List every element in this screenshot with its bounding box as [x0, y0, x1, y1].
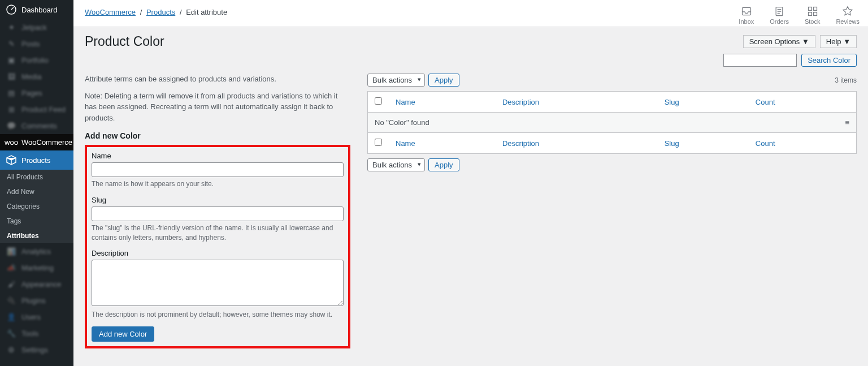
col-name[interactable]: Name	[389, 92, 496, 113]
page-title: Product Color	[85, 34, 164, 49]
sidebar-item-woocommerce[interactable]: woo WooCommerce	[0, 134, 73, 150]
search-input[interactable]	[723, 54, 797, 67]
name-input[interactable]	[92, 162, 344, 177]
sidebar-sub-tags[interactable]: Tags	[0, 214, 73, 229]
header-icons: Inbox Orders Stock Reviews	[739, 6, 860, 25]
hamburger-icon[interactable]: ≡	[845, 118, 849, 127]
name-desc: The name is how it appears on your site.	[92, 179, 344, 189]
svg-rect-6	[813, 12, 817, 16]
sidebar-item-blurred[interactable]: 🖼Media	[0, 68, 73, 85]
select-all-checkbox-bottom[interactable]	[375, 139, 382, 146]
col-slug-foot[interactable]: Slug	[658, 133, 749, 154]
add-new-heading: Add new Color	[85, 131, 350, 140]
reviews-icon	[842, 6, 853, 17]
sidebar-item-dashboard[interactable]: Dashboard	[0, 0, 73, 19]
sidebar-item-blurred[interactable]: ⚙Settings	[0, 342, 73, 358]
stock-icon	[807, 6, 818, 17]
sidebar-item-blurred[interactable]: 🔧Tools	[0, 325, 73, 342]
header-orders[interactable]: Orders	[770, 6, 789, 25]
sidebar-sub-all-products[interactable]: All Products	[0, 170, 73, 184]
search-color-button[interactable]: Search Color	[801, 54, 857, 67]
header-stock[interactable]: Stock	[805, 6, 821, 25]
col-slug[interactable]: Slug	[658, 92, 749, 113]
main-content: WooCommerce / Products / Edit attribute …	[73, 0, 868, 366]
sidebar-sub-categories[interactable]: Categories	[0, 199, 73, 214]
slug-input[interactable]	[92, 206, 344, 221]
add-new-color-button[interactable]: Add new Color	[92, 326, 154, 342]
woocommerce-icon: woo	[6, 138, 17, 147]
add-new-color-form: Name The name is how it appears on your …	[85, 145, 350, 348]
col-name-foot[interactable]: Name	[389, 133, 496, 154]
col-description[interactable]: Description	[496, 92, 658, 113]
sidebar-item-blurred[interactable]: 👤Users	[0, 309, 73, 325]
col-count-foot[interactable]: Count	[749, 133, 857, 154]
col-description-foot[interactable]: Description	[496, 133, 658, 154]
help-button[interactable]: Help ▼	[820, 35, 857, 48]
breadcrumb: WooCommerce / Products / Edit attribute	[85, 6, 227, 16]
breadcrumb-current: Edit attribute	[186, 8, 227, 16]
description-label: Description	[92, 249, 344, 257]
bulk-actions-select-bottom[interactable]: Bulk actions	[367, 158, 425, 171]
description-input[interactable]	[92, 260, 344, 306]
items-count: 3 items	[835, 76, 857, 84]
breadcrumb-woocommerce[interactable]: WooCommerce	[85, 8, 136, 16]
sidebar-item-blurred[interactable]: ✎Posts	[0, 36, 73, 52]
select-all-checkbox-top[interactable]	[375, 97, 382, 105]
description-desc: The description is not prominent by defa…	[92, 310, 344, 320]
apply-button-bottom[interactable]: Apply	[428, 158, 459, 171]
header-reviews[interactable]: Reviews	[836, 6, 860, 25]
sidebar-item-products[interactable]: Products	[0, 150, 73, 170]
sidebar-item-blurred[interactable]: ▣Portfolio	[0, 52, 73, 68]
sidebar-item-blurred[interactable]: 💬Comments	[0, 118, 73, 134]
package-icon	[6, 154, 17, 166]
orders-icon	[774, 6, 785, 17]
sidebar-label: Dashboard	[21, 6, 58, 14]
sidebar-label: Products	[21, 156, 50, 165]
sidebar-item-blurred[interactable]: 🔌Plugins	[0, 292, 73, 309]
svg-rect-1	[742, 7, 750, 15]
note-text: Note: Deleting a term will remove it fro…	[85, 91, 350, 124]
header-inbox[interactable]: Inbox	[739, 6, 754, 25]
empty-row: No "Color" found ≡	[368, 113, 857, 133]
sidebar-sub-attributes[interactable]: Attributes	[0, 229, 73, 243]
col-count[interactable]: Count	[749, 92, 857, 113]
name-label: Name	[92, 152, 344, 160]
svg-rect-4	[813, 7, 817, 11]
screen-options-button[interactable]: Screen Options ▼	[743, 35, 815, 48]
bulk-actions-select-top[interactable]: Bulk actions	[367, 74, 425, 87]
sidebar-item-blurred[interactable]: ⊞Product Feed	[0, 101, 73, 118]
inbox-icon	[741, 6, 752, 17]
slug-label: Slug	[92, 196, 344, 204]
breadcrumb-products[interactable]: Products	[146, 8, 175, 16]
admin-sidebar: Dashboard ✦Jetpack ✎Posts ▣Portfolio 🖼Me…	[0, 0, 73, 366]
sidebar-item-blurred[interactable]: ▤Pages	[0, 85, 73, 101]
sidebar-submenu-products: All Products Add New Categories Tags Att…	[0, 170, 73, 243]
terms-table: Name Description Slug Count No "Color" f…	[367, 91, 857, 154]
svg-rect-5	[808, 12, 811, 16]
apply-button-top[interactable]: Apply	[428, 74, 459, 87]
sidebar-item-blurred[interactable]: 📣Marketing	[0, 260, 73, 276]
intro-text: Attribute terms can be assigned to produ…	[85, 74, 350, 85]
sidebar-sub-add-new[interactable]: Add New	[0, 184, 73, 199]
sidebar-item-blurred[interactable]: ✦Jetpack	[0, 19, 73, 36]
slug-desc: The "slug" is the URL-friendly version o…	[92, 223, 344, 243]
sidebar-label: WooCommerce	[21, 138, 72, 147]
gauge-icon	[6, 4, 17, 15]
svg-rect-3	[808, 7, 811, 11]
sidebar-item-blurred[interactable]: 🖌Appearance	[0, 276, 73, 292]
sidebar-item-blurred[interactable]: 📊Analytics	[0, 243, 73, 260]
topbar: WooCommerce / Products / Edit attribute …	[73, 0, 868, 27]
